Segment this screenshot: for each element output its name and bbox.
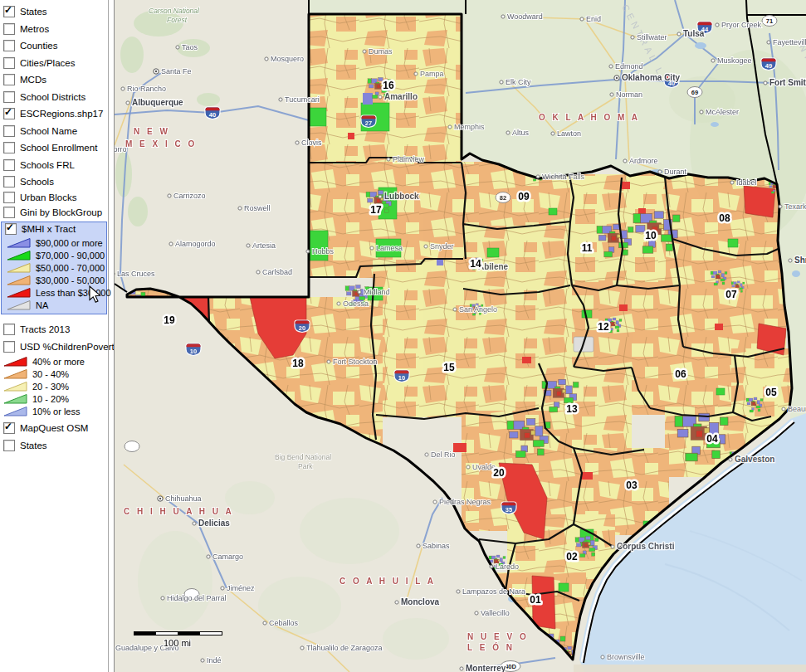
city-label-las-cruces: Las Cruces (115, 270, 155, 278)
state-label: O K L A H O M A (539, 113, 640, 122)
svg-text:Taos: Taos (182, 43, 198, 51)
layer-row-schools-frl[interactable]: Schools FRL (0, 157, 108, 174)
layer-label: MapQuest OSM (20, 423, 88, 433)
svg-text:Alamogordo: Alamogordo (175, 240, 216, 248)
svg-text:Jiménez: Jiménez (227, 584, 255, 592)
layer-label: USD %ChildrenPoverty (20, 342, 120, 352)
layer-checkbox-mhi-x-tract[interactable] (5, 223, 17, 235)
svg-text:Roswell: Roswell (244, 204, 271, 212)
city-label-amarillo: Amarillo (379, 92, 418, 101)
svg-text:Enid: Enid (586, 15, 601, 23)
layer-checkbox-schools[interactable] (3, 176, 15, 187)
layer-checkbox-mcds[interactable] (3, 74, 15, 85)
layer-checkbox-school-districts[interactable] (3, 91, 15, 103)
city-label-monterrey: Monterrey (460, 664, 506, 672)
city-label-camargo: Camargo (207, 553, 243, 561)
city-label-vallecillo: Vallecillo (475, 609, 510, 617)
legend-label: $30,000 - 50,000 (36, 275, 105, 285)
layer-row-usd-children-poverty[interactable]: USD %ChildrenPoverty (0, 338, 108, 356)
layer-label: Tracts 2013 (20, 324, 70, 334)
layer-checkbox-states[interactable] (3, 6, 15, 17)
layer-row-metros[interactable]: Metros (0, 21, 108, 38)
city-label-lampazos-de-nara: Lampazos de Nara (457, 587, 525, 596)
layer-row-counties[interactable]: Counties (0, 37, 108, 55)
city-label-hidalgo-del-parral: Hidalgo del Parral (161, 594, 227, 602)
city-label-stillwater: Stillwater (631, 33, 667, 41)
layer-row-schools[interactable]: Schools (0, 173, 108, 191)
esc-region-label-18: 18 (292, 358, 304, 369)
layer-checkbox-cities-places[interactable] (3, 57, 15, 69)
layer-row-urban-blocks[interactable]: Urban Blocks (0, 191, 108, 206)
layer-row-states[interactable]: States (0, 3, 108, 21)
legend-label: Less than $30,000 (36, 288, 111, 298)
layer-row-cities-places[interactable]: Cities/Places (0, 55, 108, 72)
city-label-socorro: Socorro (115, 145, 127, 153)
svg-text:10: 10 (190, 348, 197, 355)
layer-row-mcds[interactable]: MCDs (0, 71, 108, 89)
layer-row-school-name[interactable]: School Name (0, 123, 108, 140)
layer-row-mapquest-osm[interactable]: MapQuest OSM (0, 420, 108, 437)
layer-checkbox-school-name[interactable] (3, 125, 15, 137)
legend-swatch-icon (3, 393, 28, 404)
scale-bar-label: 100 mi (164, 638, 191, 648)
layer-row-school-enrollment[interactable]: School Enrollment (0, 139, 108, 157)
esc-region-label-06: 06 (675, 368, 686, 380)
svg-text:Pryor Creek: Pryor Creek (721, 21, 762, 29)
interstate-27-shield-icon: 27 (361, 115, 376, 128)
layer-checkbox-urban-blocks[interactable] (3, 192, 15, 203)
state-label: N E W (134, 127, 170, 136)
layer-checkbox-counties[interactable] (3, 40, 15, 51)
svg-text:Tulsa: Tulsa (683, 29, 705, 38)
layer-row-escregions-shp17[interactable]: ESCRegions.shp17 (0, 105, 108, 123)
legend-label: 20 - 30% (32, 382, 69, 392)
layer-row-school-districts[interactable]: School Districts (0, 89, 108, 106)
legend-swatch-icon (7, 299, 32, 310)
svg-text:Carrizozo: Carrizozo (173, 192, 206, 200)
park-label: Forest (167, 16, 188, 24)
interstate-10-shield-icon: 10 (186, 343, 201, 356)
layer-label: Gini by BlockGroup (20, 207, 102, 217)
city-label-plainview: Plainview (387, 155, 425, 163)
us-route-blank-shield-icon (125, 441, 139, 452)
svg-text:Elk City: Elk City (506, 78, 531, 86)
legend-row: 20 - 30% (0, 380, 108, 392)
city-label-ardmore: Ardmore (623, 157, 658, 165)
layer-checkbox-school-enrollment[interactable] (3, 142, 15, 153)
svg-text:Shreve: Shreve (794, 256, 806, 265)
svg-text:Altus: Altus (512, 129, 530, 137)
svg-text:Sabinas: Sabinas (423, 542, 450, 550)
layer-row-mhi-x-tract[interactable]: $MHI x Tract (2, 222, 106, 237)
layer-checkbox-escregions-shp17[interactable] (3, 108, 15, 119)
city-label-fort-smith: Fort Smith (764, 78, 806, 87)
svg-text:Snyder: Snyder (430, 242, 454, 251)
layer-checkbox-tracts-2013[interactable] (3, 324, 15, 335)
layer-checkbox-mapquest-osm[interactable] (3, 422, 15, 434)
city-label-lubbock: Lubbock (379, 192, 419, 201)
svg-text:Clovis: Clovis (301, 139, 322, 147)
layer-row-states-2[interactable]: States (0, 437, 108, 455)
svg-text:Pampa: Pampa (420, 70, 444, 78)
esc-region-label-02: 02 (566, 551, 578, 562)
legend-swatch-icon (3, 406, 28, 416)
svg-text:82: 82 (500, 194, 506, 202)
layer-row-tracts-2013[interactable]: Tracts 2013 (0, 321, 108, 338)
park-label: Carson National (149, 7, 200, 15)
layer-checkbox-schools-frl[interactable] (3, 159, 15, 171)
layer-checkbox-usd-children-poverty[interactable] (3, 341, 15, 353)
layer-checkbox-metros[interactable] (3, 23, 15, 35)
legend-label: $50,000 - 70,000 (36, 263, 105, 273)
esc-region-label-17: 17 (370, 204, 382, 216)
layer-checkbox-states-2[interactable] (3, 440, 15, 451)
city-label-brownsville: Brownsville (601, 653, 645, 661)
svg-text:Uvalde: Uvalde (472, 463, 496, 471)
layer-panel[interactable]: StatesMetrosCountiesCities/PlacesMCDsSch… (0, 0, 109, 672)
svg-text:Santa Fe: Santa Fe (161, 67, 192, 75)
map-canvas[interactable]: 40404449697140D272010103582N E WM E X I … (115, 0, 806, 672)
layer-checkbox-gini-by-blockgroup[interactable] (3, 207, 15, 218)
layer-row-gini-by-blockgroup[interactable]: Gini by BlockGroup (0, 205, 108, 220)
city-label-muskogee: Muskogee (711, 56, 752, 65)
state-label: L E Ó N (467, 642, 515, 652)
esc-region-label-05: 05 (765, 387, 777, 398)
legend-row: NA (2, 299, 106, 311)
map-area[interactable]: 40404449697140D272010103582N E WM E X I … (114, 0, 806, 672)
